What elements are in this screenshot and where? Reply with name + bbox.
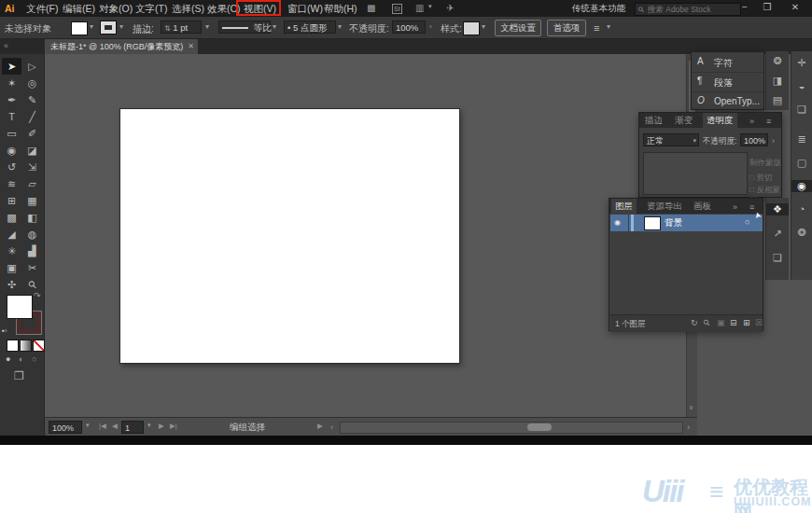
next-artboard-icon[interactable]: ▶ [159, 422, 164, 430]
layer-target-icon[interactable]: ○ [745, 217, 749, 227]
stroke-panel-icon[interactable]: ≣ [791, 133, 812, 146]
scale-tool[interactable]: ⇲ [22, 159, 42, 175]
column-graph-tool[interactable]: ▟ [22, 243, 42, 259]
menu-window[interactable]: 窗口(W) [287, 3, 323, 16]
prev-artboard-icon[interactable]: ◀ [112, 422, 118, 430]
layers-panel-icon[interactable]: ❖ [766, 203, 789, 215]
tab-gradient[interactable]: 渐变 [671, 113, 696, 128]
new-sublayer-icon[interactable]: ⊟ [730, 318, 737, 327]
blend-mode-dropdown[interactable]: 正常 ▾ [643, 133, 699, 146]
toolbar-collapse-icon[interactable]: « [4, 41, 8, 50]
panel-collapse-icon[interactable]: » [733, 202, 737, 212]
chevron-down-icon[interactable]: ▾ [607, 22, 610, 31]
selection-tool[interactable]: ➤ [2, 58, 21, 75]
panel-menu-icon[interactable]: ≡ [766, 117, 771, 126]
swap-colors-icon[interactable]: ↷ [34, 291, 41, 300]
artboard-number-field[interactable]: 1 [121, 421, 144, 434]
chevron-down-icon[interactable]: ▾ [119, 22, 123, 31]
artboard-canvas[interactable] [119, 108, 460, 364]
layer-name[interactable]: 背景 [665, 217, 682, 229]
scroll-right-icon[interactable]: › [687, 422, 690, 432]
gradient-tool[interactable]: ◧ [22, 209, 42, 226]
share-icon[interactable]: ✈ [446, 3, 454, 13]
blob-brush-tool[interactable]: ◪ [22, 142, 42, 159]
layer-thumbnail[interactable] [644, 216, 661, 230]
zoom-level-field[interactable]: 100% [49, 421, 82, 434]
artboards-panel-icon[interactable]: ▢ [791, 157, 812, 169]
character-panel-item[interactable]: A 字符 [692, 52, 763, 73]
screen-mode-icon[interactable]: ❐ [14, 369, 24, 382]
workspace-switcher[interactable]: 传统基本功能 [572, 3, 625, 15]
graphic-styles-panel-icon[interactable]: ◔ [791, 203, 812, 215]
rotate-tool[interactable]: ↺ [2, 159, 21, 175]
style-swatch[interactable] [463, 21, 480, 35]
horizontal-scrollbar[interactable] [340, 422, 683, 434]
brush-dropdown[interactable]: • 5 点圆形 [284, 21, 336, 34]
chevron-down-icon[interactable]: ▾ [338, 22, 342, 31]
status-expand-icon[interactable]: ▶ [317, 422, 323, 430]
eyedropper-tool[interactable]: ◢ [2, 226, 21, 243]
menu-edit[interactable]: 编辑(E) [63, 3, 95, 16]
gradient-button[interactable] [20, 340, 32, 352]
close-tab-icon[interactable]: ✕ [188, 39, 194, 54]
chevron-down-icon[interactable]: ▾ [273, 22, 276, 31]
arrange-documents-icon[interactable]: ▥ [415, 3, 424, 13]
asset-export-panel-icon[interactable]: ↗ [766, 228, 789, 240]
line-segment-tool[interactable]: ╱ [22, 108, 42, 125]
bridge-icon[interactable]: ▩ [367, 3, 375, 13]
search-input[interactable] [646, 4, 734, 15]
direct-selection-tool[interactable]: ▷ [22, 58, 42, 75]
fill-color-swatch[interactable] [71, 21, 88, 35]
transform-panel-icon[interactable]: ❏ [791, 104, 812, 116]
last-artboard-icon[interactable]: ▶| [170, 422, 177, 430]
tab-transparency[interactable]: 透明度 [703, 113, 737, 128]
locate-object-icon[interactable]: ⚲ [701, 317, 712, 328]
paintbrush-tool[interactable]: ✐ [22, 125, 42, 142]
stroke-color-swatch[interactable] [101, 21, 116, 34]
chevron-down-icon[interactable]: ▾ [86, 422, 90, 429]
horizontal-scroll-thumb[interactable] [527, 423, 552, 431]
menu-file[interactable]: 文件(F) [26, 3, 58, 16]
artboard-tool[interactable]: ▣ [2, 259, 21, 276]
shape-builder-tool[interactable]: ⊞ [2, 192, 21, 209]
free-transform-tool[interactable]: ▱ [22, 175, 42, 192]
stock-icon[interactable]: St [392, 4, 402, 14]
menu-type[interactable]: 文字(T) [135, 3, 167, 16]
pen-tool[interactable]: ✒ [2, 91, 21, 108]
restore-button[interactable]: ❐ [760, 2, 775, 12]
tab-stroke[interactable]: 描边 [641, 113, 666, 128]
minimize-button[interactable]: − [737, 2, 752, 12]
panel-menu-icon[interactable]: ≡ [749, 202, 754, 212]
swatches-icon[interactable]: ❂ [766, 55, 789, 67]
chevron-down-icon[interactable]: ▾ [205, 22, 209, 31]
stroke-weight-field[interactable]: ⇅ 1 pt [161, 21, 202, 34]
menu-object[interactable]: 对象(O) [99, 3, 133, 16]
menu-select[interactable]: 选择(S) [172, 3, 204, 16]
align-panel-icon[interactable]: ✛ [791, 57, 812, 69]
blend-tool[interactable]: ◍ [22, 226, 42, 243]
default-colors-icon[interactable]: ▪▫ [2, 326, 7, 335]
paragraph-panel-item[interactable]: ¶ 段落 [692, 72, 763, 92]
menu-help[interactable]: 帮助(H) [324, 3, 357, 16]
visibility-eye-icon[interactable]: ◉ [614, 218, 621, 227]
tab-asset-export[interactable]: 资源导出 [643, 199, 686, 214]
close-button[interactable]: ✕ [788, 2, 803, 12]
stroke-link[interactable]: 描边: [133, 22, 154, 35]
document-setup-button[interactable]: 文档设置 [495, 20, 541, 36]
panel-opacity-field[interactable]: 100% [740, 133, 768, 146]
chevron-right-icon[interactable]: › [772, 136, 775, 146]
panel-collapse-icon[interactable]: » [749, 117, 754, 126]
perspective-grid-tool[interactable]: ▦ [22, 192, 42, 209]
curvature-tool[interactable]: ✎ [22, 91, 42, 108]
search-box[interactable]: ⚲ [635, 3, 741, 16]
make-clipping-mask-icon[interactable]: ↻ [691, 318, 698, 327]
lasso-tool[interactable]: ◎ [22, 75, 42, 91]
stepper-icon[interactable]: ⇅ [164, 24, 171, 33]
type-tool[interactable]: T [2, 108, 21, 125]
scroll-down-icon[interactable]: ∨ [689, 404, 693, 411]
magic-wand-tool[interactable]: ✶ [2, 75, 21, 91]
width-profile-dropdown[interactable]: 等比 [218, 21, 271, 34]
collect-export-icon[interactable]: ❏ [766, 252, 789, 264]
none-button[interactable] [33, 340, 45, 352]
rectangle-tool[interactable]: ▭ [2, 125, 21, 142]
